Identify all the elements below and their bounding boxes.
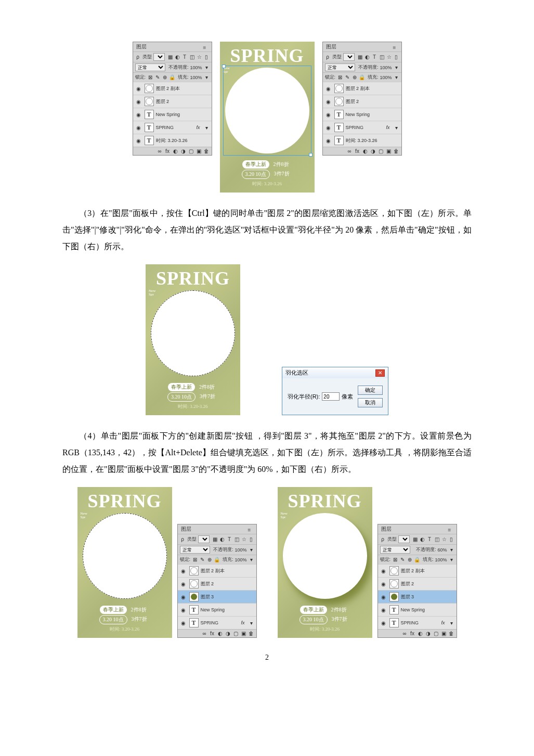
mask-icon[interactable]: ◐	[362, 148, 368, 154]
text-layer-icon[interactable]: T	[145, 136, 154, 145]
mask-icon[interactable]: ◐	[173, 148, 178, 154]
layers-panel-3[interactable]: 图层 ρ类型▦◐T◫☆▯ 正常不透明度:100%▾ 锁定:⊠✎⊕🔒填充:100%…	[177, 524, 257, 638]
layer-row[interactable]: ◉TNew Spring	[178, 603, 256, 616]
opacity-value[interactable]: 100%	[190, 65, 202, 70]
layer-row[interactable]: ◉图层 2	[323, 95, 401, 108]
fill-value[interactable]: 100%	[235, 557, 246, 562]
radius-input[interactable]	[322, 392, 340, 401]
layers-panel-1[interactable]: 图层 ρ 类型 ▦ ◐ T ◫ ☆ ▯ 正常 不透明度: 100%	[133, 42, 212, 156]
chevron-down-icon[interactable]: ▾	[449, 547, 454, 553]
lock-transparent-icon[interactable]: ⊠	[337, 74, 343, 80]
opacity-value[interactable]: 60%	[437, 547, 447, 553]
folder-icon[interactable]: ▢	[233, 631, 239, 636]
text-layer-icon[interactable]: T	[389, 605, 399, 614]
text-layer-icon[interactable]: T	[189, 605, 199, 614]
lock-paint-icon[interactable]: ✎	[199, 557, 205, 562]
lock-all-icon[interactable]: 🔒	[414, 557, 420, 562]
visibility-icon[interactable]: ◉	[180, 580, 187, 587]
adjust-filter-icon[interactable]: ◐	[420, 536, 425, 542]
layers-panel-2[interactable]: 图层 ρ类型▦◐T◫☆▯ 正常不透明度:100%▾ 锁定:⊠✎⊕🔒填充:100%…	[322, 42, 402, 156]
filter-toggle-icon[interactable]: ▯	[394, 54, 399, 60]
smart-filter-icon[interactable]: ☆	[241, 536, 247, 542]
lock-all-icon[interactable]: 🔒	[169, 74, 175, 80]
adjustment-icon[interactable]: ◑	[225, 631, 231, 636]
layer-row[interactable]: ◉T时间: 3.20-3.26	[133, 134, 212, 147]
filter-toggle-icon[interactable]: ▯	[449, 536, 454, 542]
chevron-down-icon[interactable]: ▾	[394, 125, 399, 131]
visibility-icon[interactable]: ◉	[135, 85, 142, 92]
layer-thumb-icon[interactable]	[334, 97, 344, 106]
visibility-icon[interactable]: ◉	[180, 619, 187, 626]
layer-list[interactable]: ◉图层 2 副本 ◉图层 2 ◉TNew Spring ◉TSPRINGfx▾ …	[133, 82, 212, 147]
layer-row[interactable]: ◉图层 2 副本	[178, 564, 256, 577]
shape-filter-icon[interactable]: ◫	[234, 536, 240, 542]
shape-filter-icon[interactable]: ◫	[189, 54, 195, 60]
type-filter-icon[interactable]: T	[427, 536, 433, 542]
link-layers-icon[interactable]: ∞	[157, 148, 163, 154]
opacity-value[interactable]: 100%	[380, 65, 392, 70]
fx-icon[interactable]: fx	[355, 148, 360, 154]
fx-icon[interactable]: fx	[410, 631, 415, 636]
chevron-down-icon[interactable]: ▾	[204, 125, 210, 131]
layers-panel-4[interactable]: 图层 ρ类型▦◐T◫☆▯ 正常不透明度:60%▾ 锁定:⊠✎⊕🔒填充:100%▾…	[377, 524, 457, 638]
chevron-down-icon[interactable]: ▾	[249, 620, 254, 626]
lock-paint-icon[interactable]: ✎	[154, 74, 160, 80]
chevron-down-icon[interactable]: ▾	[449, 620, 454, 626]
layer-thumb-icon[interactable]	[389, 579, 399, 588]
new-layer-icon[interactable]: ▣	[196, 148, 202, 154]
chevron-down-icon[interactable]: ▾	[394, 74, 399, 80]
type-select[interactable]	[153, 53, 165, 61]
pixel-filter-icon[interactable]: ▦	[357, 54, 363, 60]
shape-filter-icon[interactable]: ◫	[434, 536, 440, 542]
layer-thumb-icon[interactable]	[145, 84, 154, 93]
visibility-icon[interactable]: ◉	[325, 111, 332, 118]
new-layer-icon[interactable]: ▣	[441, 631, 447, 636]
layer-thumb-icon[interactable]	[145, 97, 154, 106]
visibility-icon[interactable]: ◉	[325, 124, 332, 131]
panel-tab[interactable]: 图层	[133, 42, 212, 52]
layer-row[interactable]: ◉图层 2 副本	[378, 564, 457, 577]
layer-row[interactable]: ◉TSPRINGfx▾	[323, 121, 401, 134]
opacity-value[interactable]: 100%	[235, 547, 246, 553]
lock-all-icon[interactable]: 🔒	[214, 557, 219, 562]
smart-filter-icon[interactable]: ☆	[386, 54, 392, 60]
visibility-icon[interactable]: ◉	[135, 137, 142, 144]
pixel-filter-icon[interactable]: ▦	[167, 54, 173, 60]
layer-row[interactable]: ◉TSPRINGfx▾	[178, 616, 256, 629]
lock-transparent-icon[interactable]: ⊠	[147, 74, 153, 80]
panel-menu-icon[interactable]	[248, 527, 253, 531]
new-layer-icon[interactable]: ▣	[241, 631, 246, 636]
shape-filter-icon[interactable]: ◫	[379, 54, 385, 60]
adjustment-icon[interactable]: ◑	[370, 148, 376, 154]
type-filter-icon[interactable]: T	[227, 536, 232, 542]
blend-mode-select[interactable]: 正常	[180, 546, 210, 554]
blend-mode-select[interactable]: 正常	[325, 63, 355, 71]
layer-row[interactable]: ◉图层 2 副本	[133, 82, 212, 95]
pixel-filter-icon[interactable]: ▦	[212, 536, 218, 542]
fill-value[interactable]: 100%	[190, 75, 202, 80]
link-layers-icon[interactable]: ∞	[347, 148, 353, 154]
pixel-filter-icon[interactable]: ▦	[412, 536, 418, 542]
fx-badge[interactable]: fx	[241, 620, 246, 625]
lock-all-icon[interactable]: 🔒	[359, 74, 364, 80]
visibility-icon[interactable]: ◉	[135, 124, 142, 131]
close-icon[interactable]: ✕	[375, 369, 385, 377]
layer-row[interactable]: ◉TSPRINGfx▾	[378, 616, 457, 629]
folder-icon[interactable]: ▢	[433, 631, 439, 636]
text-layer-icon[interactable]: T	[334, 110, 344, 119]
type-select[interactable]	[398, 535, 410, 543]
layer-row[interactable]: ◉图层 2	[133, 95, 212, 108]
adjust-filter-icon[interactable]: ◐	[175, 54, 180, 60]
folder-icon[interactable]: ▢	[378, 148, 384, 154]
visibility-icon[interactable]: ◉	[325, 98, 332, 105]
visibility-icon[interactable]: ◉	[180, 567, 187, 574]
fx-icon[interactable]: fx	[165, 148, 171, 154]
lock-position-icon[interactable]: ⊕	[351, 74, 357, 80]
lock-paint-icon[interactable]: ✎	[344, 74, 350, 80]
visibility-icon[interactable]: ◉	[380, 567, 387, 574]
smart-filter-icon[interactable]: ☆	[197, 54, 202, 60]
fx-badge[interactable]: fx	[441, 620, 446, 625]
adjust-filter-icon[interactable]: ◐	[219, 536, 225, 542]
panel-menu-icon[interactable]	[393, 45, 398, 49]
trash-icon[interactable]: 🗑	[394, 148, 399, 154]
